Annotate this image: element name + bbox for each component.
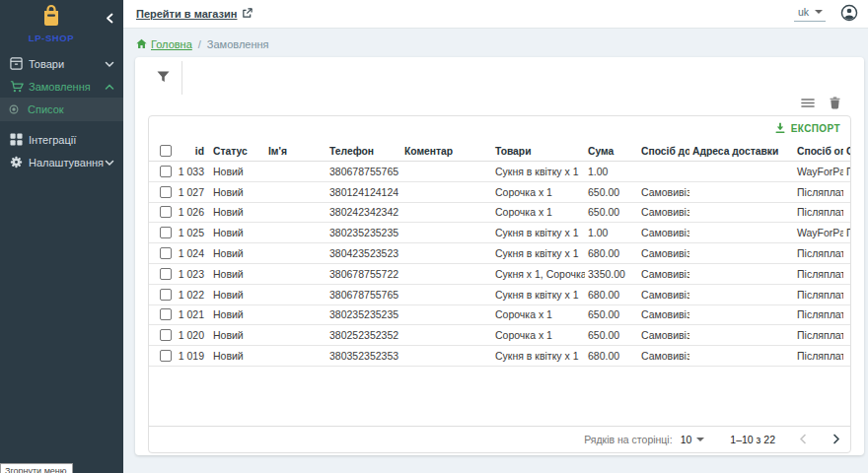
column-header-sum[interactable]: Сума bbox=[585, 146, 638, 157]
table-row[interactable]: 1 033 Новий 380678755765 Сукня в квітку … bbox=[149, 162, 850, 182]
cell-delivery-method: Самовивіз bbox=[638, 308, 689, 320]
table-row[interactable]: 1 021 Новий 380235235235 Сорочка x 1 650… bbox=[149, 305, 850, 326]
cell-products: Сукня в квітку x 1 bbox=[492, 350, 585, 362]
sidebar-item-label: Список bbox=[28, 103, 123, 115]
integrations-grid-icon bbox=[9, 133, 24, 146]
sidebar-item-integrations[interactable]: Інтеграції bbox=[0, 128, 123, 151]
cell-sum: 680.00 bbox=[585, 289, 638, 301]
cell-payment-method: Післяплата bbox=[794, 206, 843, 218]
cell-status: Новий bbox=[210, 268, 265, 280]
cell-payment-method: Післяплата bbox=[794, 247, 843, 259]
select-all-checkbox[interactable] bbox=[160, 145, 172, 157]
card-actions bbox=[801, 97, 840, 112]
row-checkbox[interactable] bbox=[160, 247, 172, 259]
rows-per-page-value: 10 bbox=[681, 434, 692, 445]
language-select[interactable]: uk bbox=[794, 6, 826, 22]
cell-products: Сорочка x 1 bbox=[492, 186, 585, 198]
column-header-id[interactable]: id bbox=[175, 146, 210, 157]
table-row[interactable]: 1 020 Новий 380252352352 Сорочка x 1 650… bbox=[149, 325, 850, 346]
chevron-down-icon bbox=[105, 157, 114, 169]
cell-payment-status: П bbox=[843, 227, 850, 238]
table-row[interactable]: 1 022 Новий 380678755765 Сукня в квітку … bbox=[149, 285, 850, 305]
row-checkbox[interactable] bbox=[160, 166, 172, 177]
breadcrumb-current: Замовлення bbox=[207, 38, 269, 50]
pagination-nav bbox=[799, 433, 840, 447]
account-circle-icon bbox=[840, 4, 858, 25]
sidebar-item-label: Товари bbox=[29, 58, 105, 70]
previous-page-button[interactable] bbox=[799, 433, 807, 447]
next-page-button[interactable] bbox=[832, 433, 840, 447]
table-row[interactable]: 1 025 Новий 380235235235 Сукня в квітку … bbox=[149, 223, 850, 243]
cell-payment-method: Післяплата bbox=[794, 268, 843, 280]
statusbar-tooltip: Згорнути меню bbox=[0, 463, 73, 473]
row-checkbox[interactable] bbox=[160, 308, 172, 320]
sidebar-item-label: Налаштування bbox=[29, 157, 105, 169]
delete-button[interactable] bbox=[830, 97, 840, 112]
cell-phone: 380235235235 bbox=[326, 227, 401, 238]
export-row: ЕКСПОРТ bbox=[149, 116, 850, 141]
table-row[interactable]: 1 027 Новий 380124124124 Сорочка x 1 650… bbox=[149, 182, 850, 203]
cell-id: 1 019 bbox=[175, 350, 210, 362]
rows-per-page-select[interactable]: 10 bbox=[681, 434, 705, 445]
cell-phone: 380124124124 bbox=[326, 186, 401, 198]
table-row[interactable]: 1 019 Новий 380352352353 Сукня в квітку … bbox=[149, 346, 850, 367]
cell-phone: 380678755722 bbox=[326, 268, 401, 280]
filter-button[interactable] bbox=[157, 71, 170, 86]
dot-icon bbox=[8, 104, 20, 114]
sidebar-item-orders[interactable]: Замовлення bbox=[0, 75, 123, 98]
row-select-cell bbox=[149, 247, 175, 259]
chevron-down-icon bbox=[105, 58, 114, 70]
cell-sum: 3350.00 bbox=[585, 268, 638, 280]
column-header-status[interactable]: Статус bbox=[210, 146, 265, 157]
cell-products: Сукня x 1, Сорочка x 4 bbox=[492, 268, 585, 280]
cell-phone: 380352352353 bbox=[326, 350, 401, 362]
sidebar-item-orders-list[interactable]: Список bbox=[0, 98, 123, 121]
cell-sum: 650.00 bbox=[585, 206, 638, 218]
cell-phone: 380252352352 bbox=[326, 329, 401, 341]
column-header-name[interactable]: Ім'я bbox=[265, 146, 326, 157]
table-row[interactable]: 1 024 Новий 380423523523 Сукня в квітку … bbox=[149, 243, 850, 264]
sidebar-item-settings[interactable]: Налаштування bbox=[0, 151, 123, 173]
sidebar-item-products[interactable]: Товари bbox=[0, 52, 123, 75]
cell-payment-method: Післяплата bbox=[794, 329, 843, 341]
chevron-left-icon bbox=[106, 12, 114, 27]
column-header-delivery-address[interactable]: Адреса доставки bbox=[689, 146, 794, 157]
column-header-products[interactable]: Товари bbox=[492, 146, 585, 157]
row-checkbox[interactable] bbox=[160, 227, 172, 238]
collapse-sidebar-button[interactable] bbox=[104, 10, 116, 29]
table-row[interactable]: 1 023 Новий 380678755722 Сукня x 1, Соро… bbox=[149, 264, 850, 285]
cell-id: 1 027 bbox=[175, 186, 210, 198]
row-select-cell bbox=[149, 268, 175, 280]
account-button[interactable] bbox=[840, 4, 858, 25]
logo[interactable]: LP-SHOP bbox=[0, 4, 103, 43]
row-checkbox[interactable] bbox=[160, 289, 172, 301]
column-header-comment[interactable]: Коментар bbox=[401, 146, 492, 157]
external-link-icon bbox=[242, 8, 253, 21]
cell-status: Новий bbox=[210, 206, 265, 218]
cell-sum: 650.00 bbox=[585, 186, 638, 198]
chevron-right-icon bbox=[832, 433, 840, 447]
column-header-phone[interactable]: Телефон bbox=[326, 146, 401, 157]
cell-delivery-method: Самовивіз bbox=[638, 268, 689, 280]
orders-table: ЕКСПОРТ id Статус Ім'я Телефон Коментар … bbox=[148, 115, 851, 453]
store-link[interactable]: Перейти в магазин bbox=[136, 8, 253, 21]
table-row[interactable]: 1 026 Новий 380242342342 Сорочка x 1 650… bbox=[149, 203, 850, 224]
column-header-payment-status[interactable]: С bbox=[843, 146, 850, 157]
row-checkbox[interactable] bbox=[160, 350, 172, 362]
store-link-label: Перейти в магазин bbox=[136, 8, 237, 20]
cell-sum: 650.00 bbox=[585, 329, 638, 341]
cell-phone: 380235235235 bbox=[326, 308, 401, 320]
column-view-button[interactable] bbox=[801, 97, 815, 112]
column-header-delivery-method[interactable]: Спосіб до... bbox=[638, 146, 689, 157]
breadcrumb-home-link[interactable]: Головна bbox=[136, 38, 192, 51]
column-header-payment-method[interactable]: Спосіб оп... bbox=[794, 146, 843, 157]
row-checkbox[interactable] bbox=[160, 268, 172, 280]
row-checkbox[interactable] bbox=[160, 329, 172, 341]
export-button[interactable]: ЕКСПОРТ bbox=[774, 122, 840, 136]
row-checkbox[interactable] bbox=[160, 186, 172, 198]
cell-products: Сорочка x 1 bbox=[492, 206, 585, 218]
breadcrumb-separator: / bbox=[198, 38, 201, 50]
row-checkbox[interactable] bbox=[160, 206, 172, 218]
cell-payment-method: WayForPay bbox=[794, 166, 843, 177]
cell-status: Новий bbox=[210, 166, 265, 177]
